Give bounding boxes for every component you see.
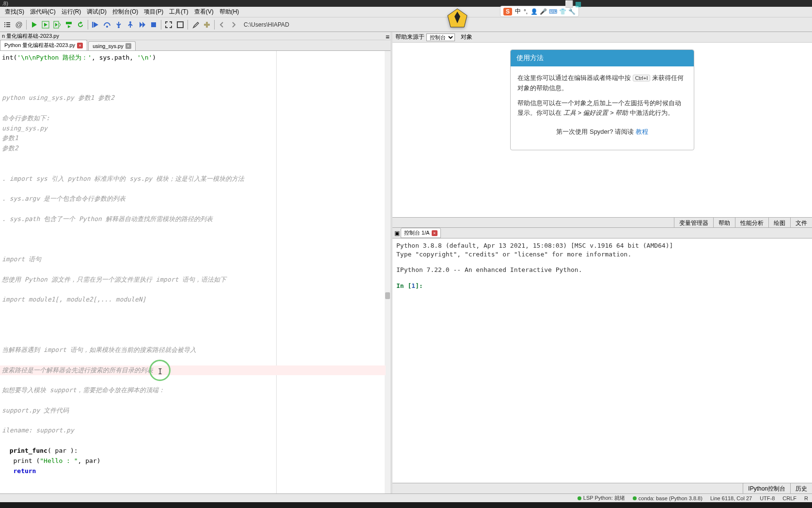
code-line[interactable]: 搜索路径是一个解释器会先进行搜索的所有目录的列表: [2, 365, 389, 376]
ime-user-icon[interactable]: 👤: [531, 8, 538, 15]
code-line[interactable]: [2, 63, 389, 73]
code-line[interactable]: import 语句: [2, 254, 389, 265]
menu-item-3[interactable]: 调试(D): [84, 7, 109, 17]
console-output[interactable]: Python 3.8.8 (default, Apr 13 2021, 15:0…: [392, 238, 812, 483]
code-line[interactable]: [2, 285, 389, 295]
debug-stop-icon[interactable]: [148, 19, 159, 30]
code-line[interactable]: support.py 文件代码: [2, 406, 389, 416]
ime-punct[interactable]: °,: [524, 8, 528, 15]
status-rw[interactable]: R: [804, 495, 808, 501]
code-line[interactable]: import module1[, module2[,... moduleN]: [2, 295, 389, 305]
code-line[interactable]: . import sys 引入 python 标准库中的 sys.py 模块；这…: [2, 174, 389, 184]
rerun-icon[interactable]: [75, 19, 86, 30]
code-line[interactable]: [2, 335, 389, 345]
status-lsp[interactable]: LSP Python: 就绪: [578, 494, 625, 502]
right-tab-3[interactable]: 绘图: [768, 218, 790, 227]
working-dir[interactable]: C:\Users\HIAPAD: [244, 21, 289, 28]
nav-back-icon[interactable]: [217, 19, 227, 30]
code-line[interactable]: 想使用 Python 源文件，只需在另一个源文件里执行 import 语句，语法…: [2, 275, 389, 285]
run-cell-icon[interactable]: [40, 19, 51, 30]
menu-item-5[interactable]: 项目(P): [141, 7, 166, 17]
right-tab-4[interactable]: 文件: [790, 218, 812, 227]
code-line[interactable]: [2, 224, 389, 235]
run-icon[interactable]: [29, 19, 39, 30]
menu-item-0[interactable]: 查找(S): [2, 7, 27, 17]
code-line[interactable]: 参数2: [2, 143, 389, 154]
code-line[interactable]: python using_sys.py 参数1 参数2: [2, 93, 389, 103]
preferences-icon[interactable]: [190, 19, 201, 30]
breadcrumb[interactable]: n 量化编程基础-2023.py: [0, 32, 390, 40]
menu-item-7[interactable]: 查看(V): [191, 7, 217, 17]
code-line[interactable]: [2, 396, 389, 406]
menu-item-2[interactable]: 运行(R): [59, 7, 84, 17]
tutorial-link[interactable]: 教程: [636, 128, 648, 135]
console-bottom-tab-1[interactable]: 历史: [790, 483, 812, 493]
at-icon[interactable]: @: [14, 19, 24, 30]
debug-out-icon[interactable]: [125, 19, 136, 30]
right-tab-2[interactable]: 性能分析: [735, 218, 768, 227]
code-line[interactable]: [2, 305, 389, 315]
code-line[interactable]: [2, 184, 389, 194]
ime-lang[interactable]: 中: [515, 7, 521, 16]
console-prompt[interactable]: In [1]:: [396, 282, 808, 290]
code-line[interactable]: [2, 83, 389, 93]
ime-skin-icon[interactable]: 👕: [559, 8, 566, 15]
code-line[interactable]: [2, 355, 389, 365]
menu-item-8[interactable]: 帮助(H): [217, 7, 242, 17]
code-line[interactable]: print ("Hello : ", par): [2, 456, 389, 466]
taskbar[interactable]: [0, 502, 812, 508]
ime-tool-icon[interactable]: 🔧: [568, 8, 576, 15]
status-conda[interactable]: conda: base (Python 3.8.8): [633, 495, 703, 501]
run-selection-icon[interactable]: [63, 19, 74, 30]
tray-grid-icon[interactable]: ▦: [575, 0, 581, 8]
status-position[interactable]: Line 6118, Col 27: [710, 495, 752, 501]
code-line[interactable]: 参数1: [2, 133, 389, 143]
run-cell-advance-icon[interactable]: [52, 19, 62, 30]
menu-item-1[interactable]: 源代码(C): [27, 7, 59, 17]
menu-item-6[interactable]: 工具(T): [166, 7, 191, 17]
code-line[interactable]: [2, 244, 389, 254]
code-line[interactable]: [2, 315, 389, 325]
debug-step-icon[interactable]: [90, 19, 101, 30]
code-line[interactable]: [2, 73, 389, 83]
code-line[interactable]: . sys.path 包含了一个 Python 解释器自动查找所需模块的路径的列…: [2, 214, 389, 224]
code-line[interactable]: return: [2, 466, 389, 476]
ime-keyboard-icon[interactable]: ⌨: [549, 8, 557, 15]
code-line[interactable]: [2, 376, 389, 386]
right-tab-0[interactable]: 变量管理器: [674, 218, 713, 227]
code-line[interactable]: [2, 103, 389, 113]
code-line[interactable]: [2, 154, 389, 164]
code-line[interactable]: [2, 416, 389, 426]
debug-into-icon[interactable]: [113, 19, 124, 30]
code-line[interactable]: [2, 234, 389, 244]
code-line[interactable]: [2, 265, 389, 275]
code-line[interactable]: int('\n\nPython 路径为：', sys.path, '\n'): [2, 53, 389, 63]
right-tab-1[interactable]: 帮助: [713, 218, 735, 227]
debug-continue-icon[interactable]: [137, 19, 147, 30]
close-icon[interactable]: ×: [432, 230, 437, 236]
fullscreen-icon[interactable]: [175, 19, 186, 30]
code-line[interactable]: [2, 164, 389, 174]
debug-over-icon[interactable]: [102, 19, 112, 30]
python-path-icon[interactable]: [202, 19, 212, 30]
console-bottom-tab-0[interactable]: IPython控制台: [743, 483, 790, 493]
outline-icon[interactable]: [2, 19, 13, 30]
status-eol[interactable]: CRLF: [782, 495, 796, 501]
help-source-select[interactable]: 控制台: [426, 33, 455, 41]
status-encoding[interactable]: UTF-8: [760, 495, 775, 501]
nav-forward-icon[interactable]: [228, 19, 239, 30]
editor-tab-1[interactable]: using_sys.py×: [88, 41, 136, 50]
tab-menu-icon[interactable]: ≡: [386, 33, 390, 41]
console-options-icon[interactable]: ▣: [394, 230, 400, 237]
code-line[interactable]: 如想要导入模块 support，需要把命令放在脚本的顶端：: [2, 385, 389, 396]
maximize-icon[interactable]: [163, 19, 174, 30]
ime-icons[interactable]: 👤 🎤 ⌨ 👕 🔧: [531, 8, 576, 15]
ime-mic-icon[interactable]: 🎤: [540, 8, 547, 15]
tray-window-icon[interactable]: ⬜: [565, 0, 573, 8]
editor-tab-0[interactable]: Python 量化编程基础-2023.py×: [0, 40, 87, 50]
code-line[interactable]: print_func( par ):: [2, 446, 389, 456]
code-line[interactable]: 当解释器遇到 import 语句，如果模块在当前的搜索路径就会被导入: [2, 345, 389, 355]
close-icon[interactable]: ×: [77, 43, 83, 48]
console-tab[interactable]: 控制台 1/A ×: [401, 228, 441, 238]
close-icon[interactable]: ×: [125, 43, 131, 49]
